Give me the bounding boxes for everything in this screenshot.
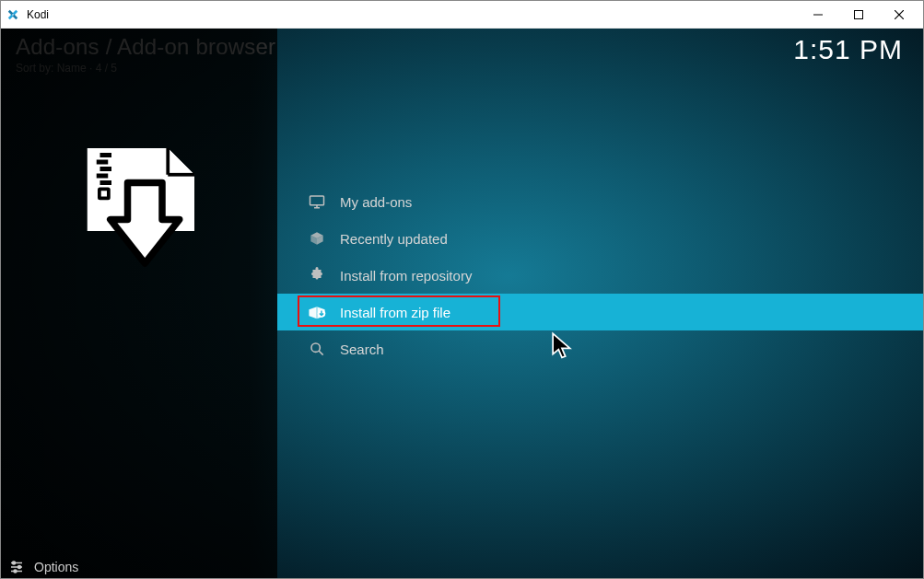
clock: 1:51 PM — [793, 34, 903, 65]
list-item-recently-updated[interactable]: Recently updated — [277, 220, 923, 257]
app-content: Add-ons / Add-on browser Sort by: Name ·… — [1, 29, 923, 578]
left-pane — [1, 29, 277, 578]
svg-line-22 — [319, 351, 323, 355]
svg-rect-2 — [13, 14, 18, 19]
list-item-label: Recently updated — [340, 231, 448, 247]
puzzle-icon — [305, 266, 329, 284]
svg-point-24 — [13, 562, 16, 564]
addon-browser-list: My add-ons Recently updated — [277, 29, 923, 578]
svg-point-28 — [14, 570, 17, 573]
maximize-button[interactable] — [838, 2, 879, 28]
svg-rect-12 — [100, 167, 112, 171]
svg-rect-16 — [101, 191, 107, 196]
svg-rect-10 — [100, 153, 112, 157]
list-item-label: My add-ons — [340, 194, 412, 210]
window-title: Kodi — [27, 8, 798, 21]
list-item-my-addons[interactable]: My add-ons — [277, 183, 923, 220]
svg-rect-3 — [8, 14, 14, 19]
minimize-button[interactable] — [798, 2, 838, 28]
list-item-label: Search — [340, 342, 384, 357]
footer-options[interactable]: Options — [8, 560, 78, 574]
kodi-logo-icon — [5, 6, 21, 23]
svg-point-26 — [18, 566, 21, 569]
svg-rect-11 — [97, 160, 109, 165]
app-window: Kodi Add-ons / Add-on browser Sort by: N… — [0, 0, 924, 579]
list-item-install-zip[interactable]: Install from zip file — [277, 294, 923, 330]
list-item-label: Install from zip file — [340, 305, 450, 320]
close-button[interactable] — [879, 2, 919, 28]
svg-rect-0 — [13, 9, 18, 15]
list-item-install-repository[interactable]: Install from repository — [277, 257, 923, 294]
zip-download-icon — [70, 139, 208, 281]
box-open-icon — [305, 229, 329, 248]
footer-label: Options — [34, 560, 78, 574]
svg-rect-13 — [97, 174, 109, 179]
svg-rect-5 — [855, 10, 863, 18]
monitor-icon — [305, 192, 329, 211]
zip-box-icon — [305, 303, 329, 321]
search-icon — [305, 340, 329, 358]
svg-rect-14 — [100, 180, 112, 185]
list-item-search[interactable]: Search — [277, 330, 923, 367]
titlebar: Kodi — [1, 1, 923, 29]
svg-point-21 — [311, 343, 320, 352]
svg-rect-1 — [8, 9, 14, 15]
svg-rect-17 — [310, 196, 324, 205]
options-icon — [8, 560, 25, 574]
list-item-label: Install from repository — [340, 268, 472, 284]
